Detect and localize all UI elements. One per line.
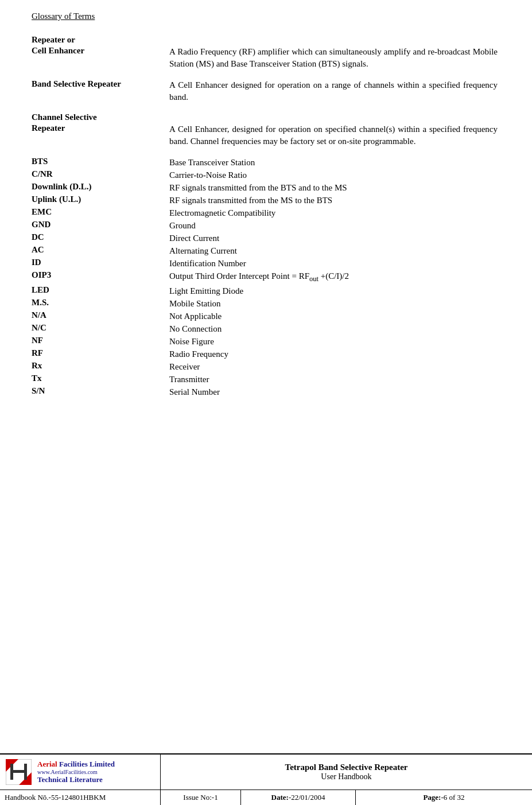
abbr-def-sn: Serial Number (169, 386, 498, 398)
abbr-term-cnr: C/NR (32, 169, 169, 181)
abbr-row-oip3: OIP3 Output Third Order Intercept Point … (32, 270, 498, 285)
page-value: -6 of 32 (441, 793, 464, 802)
abbr-row-dc: DC Direct Current (32, 232, 498, 244)
date-label-bold: Date: (271, 793, 289, 802)
abbr-term-sn: S/N (32, 386, 169, 398)
abbr-def-oip3: Output Third Order Intercept Point = RFo… (169, 270, 498, 285)
abbr-term-gnd: GND (32, 220, 169, 232)
company-name-blue: Facilities Limited (59, 760, 115, 768)
abbr-def-downlink: RF signals transmitted from the BTS and … (169, 182, 498, 194)
abbr-row-rx: Rx Receiver (32, 361, 498, 373)
band-selective-row: Band Selective Repeater A Cell Enhancer … (32, 79, 498, 103)
abbr-def-nc: No Connection (169, 323, 498, 335)
svg-rect-5 (10, 770, 27, 773)
abbr-def-rx: Receiver (169, 361, 498, 373)
company-logo-icon (6, 759, 32, 785)
repeater-definition: A Radio Frequency (RF) amplifier which c… (169, 46, 498, 70)
repeater-term-2: Cell Enhancer (32, 46, 169, 70)
channel-term-def: Repeater A Cell Enhancer, designed for o… (32, 123, 498, 147)
band-selective-definition: A Cell Enhancer designed for operation o… (169, 79, 498, 103)
abbr-def-nf: Noise Figure (169, 336, 498, 348)
abbr-row-id: ID Identification Number (32, 258, 498, 270)
abbr-term-emc: EMC (32, 207, 169, 219)
issue-label: Issue No:-1 (183, 793, 218, 802)
abbr-def-tx: Transmitter (169, 374, 498, 386)
abbr-def-uplink: RF signals transmitted from the MS to th… (169, 195, 498, 207)
footer-issue: Issue No:-1 (161, 790, 241, 805)
footer-product-title: Tetrapol Band Selective Repeater (285, 763, 408, 772)
abbr-term-dc: DC (32, 232, 169, 244)
abbr-row-uplink: Uplink (U.L.) RF signals transmitted fro… (32, 195, 498, 207)
abbr-row-cnr: C/NR Carrier-to-Noise Ratio (32, 169, 498, 181)
footer-product-sub: User Handbook (321, 772, 371, 781)
abbr-def-emc: Electromagnetic Compatibility (169, 207, 498, 219)
repeater-term-1: Repeater or (32, 35, 81, 44)
company-website: www.AerialFacilities.com (37, 769, 115, 775)
logo-text-block: Aerial Facilities Limited www.AerialFaci… (37, 760, 115, 784)
abbr-row-emc: EMC Electromagnetic Compatibility (32, 207, 498, 219)
page-title: Glossary of Terms (32, 11, 95, 21)
abbr-term-uplink: Uplink (U.L.) (32, 195, 169, 207)
abbr-term-tx: Tx (32, 374, 169, 386)
band-selective-section: Band Selective Repeater A Cell Enhancer … (32, 79, 498, 103)
page: Glossary of Terms Repeater or Cell Enhan… (0, 0, 532, 805)
abbr-term-nf: NF (32, 336, 169, 348)
abbr-term-nc: N/C (32, 323, 169, 335)
abbr-row-nc: N/C No Connection (32, 323, 498, 335)
abbr-term-bts: BTS (32, 157, 169, 169)
footer-handbook: Handbook Nō.-55-124801HBKM (0, 790, 161, 805)
channel-term-line1: Channel Selective (32, 112, 498, 122)
abbr-term-led: LED (32, 285, 169, 297)
footer: Aerial Facilities Limited www.AerialFaci… (0, 753, 532, 805)
abbr-term-downlink: Downlink (D.L.) (32, 182, 169, 194)
abbr-term-rx: Rx (32, 361, 169, 373)
abbr-row-led: LED Light Emitting Diode (32, 285, 498, 297)
abbr-row-sn: S/N Serial Number (32, 386, 498, 398)
abbreviations-list: BTS Base Transceiver Station C/NR Carrie… (32, 157, 498, 398)
repeater-term-line1: Repeater or (32, 35, 498, 45)
footer-product-section: Tetrapol Band Selective Repeater User Ha… (161, 755, 532, 790)
footer-logo-section: Aerial Facilities Limited www.AerialFaci… (0, 755, 161, 790)
abbr-def-gnd: Ground (169, 220, 498, 232)
abbr-term-oip3: OIP3 (32, 270, 169, 285)
abbr-term-ac: AC (32, 245, 169, 257)
abbr-term-ms: M.S. (32, 298, 169, 310)
repeater-term-def: Cell Enhancer A Radio Frequency (RF) amp… (32, 46, 498, 70)
abbr-def-led: Light Emitting Diode (169, 285, 498, 297)
channel-selective-section: Channel Selective Repeater A Cell Enhanc… (32, 112, 498, 147)
footer-date: Date:-22/01/2004 (241, 790, 356, 805)
abbr-def-ms: Mobile Station (169, 298, 498, 310)
abbr-row-ac: AC Alternating Current (32, 245, 498, 257)
abbr-row-ms: M.S. Mobile Station (32, 298, 498, 310)
repeater-section: Repeater or Cell Enhancer A Radio Freque… (32, 35, 498, 70)
abbr-def-ac: Alternating Current (169, 245, 498, 257)
abbr-def-bts: Base Transceiver Station (169, 157, 498, 169)
abbr-row-na: N/A Not Applicable (32, 310, 498, 322)
abbr-term-id: ID (32, 258, 169, 270)
page-label-bold: Page: (423, 793, 441, 802)
abbr-row-nf: NF Noise Figure (32, 336, 498, 348)
channel-selective-definition: A Cell Enhancer, designed for operation … (169, 123, 498, 147)
channel-term-2: Repeater (32, 123, 169, 147)
handbook-label: Handbook Nō.-55-124801HBKM (5, 793, 106, 802)
abbr-def-dc: Direct Current (169, 232, 498, 244)
company-name: Aerial Facilities Limited (37, 760, 115, 769)
abbr-row-rf: RF Radio Frequency (32, 348, 498, 360)
abbr-row-tx: Tx Transmitter (32, 374, 498, 386)
abbr-def-rf: Radio Frequency (169, 348, 498, 360)
abbr-def-na: Not Applicable (169, 310, 498, 322)
abbr-term-na: N/A (32, 310, 169, 322)
abbr-row-gnd: GND Ground (32, 220, 498, 232)
abbr-row-bts: BTS Base Transceiver Station (32, 157, 498, 169)
date-value: -22/01/2004 (289, 793, 325, 802)
company-name-red: Aerial (37, 760, 57, 768)
abbr-row-downlink: Downlink (D.L.) RF signals transmitted f… (32, 182, 498, 194)
footer-page: Page:-6 of 32 (356, 790, 532, 805)
footer-bottom: Handbook Nō.-55-124801HBKM Issue No:-1 D… (0, 790, 532, 805)
channel-term-1: Channel Selective (32, 112, 103, 122)
abbr-def-cnr: Carrier-to-Noise Ratio (169, 169, 498, 181)
abbr-def-id: Identification Number (169, 258, 498, 270)
company-tech: Technical Literature (37, 775, 115, 784)
abbr-term-rf: RF (32, 348, 169, 360)
band-selective-term: Band Selective Repeater (32, 79, 169, 103)
